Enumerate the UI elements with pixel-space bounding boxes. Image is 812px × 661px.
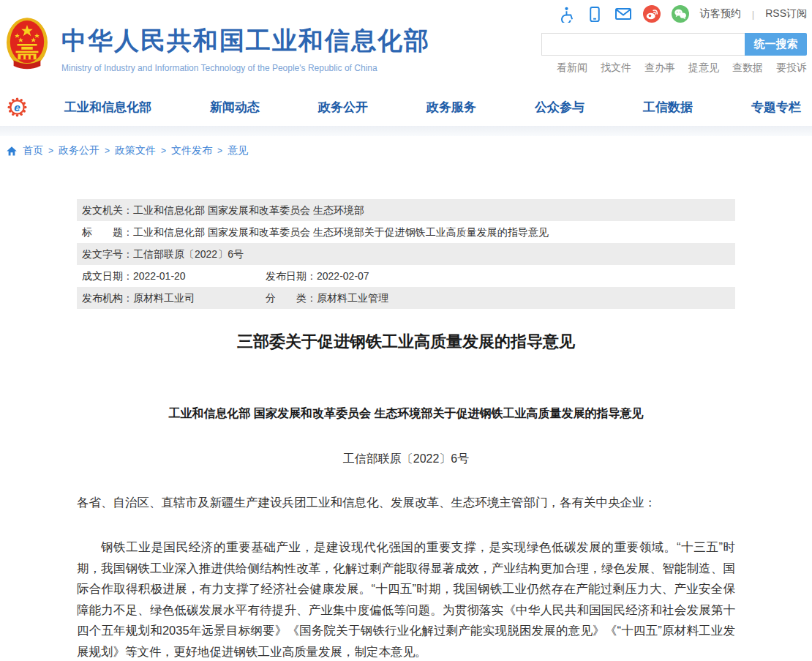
main-navbar: e 工业和信息化部 新闻动态 政务公开 政务服务 公众参与 工信数据 专题专栏 (0, 88, 812, 126)
meta-value: 2022-02-07 (317, 270, 369, 282)
breadcrumb-separator: > (48, 146, 53, 156)
national-emblem-logo (6, 15, 48, 72)
breadcrumb-separator: > (105, 146, 110, 156)
breadcrumb-opinions[interactable]: 意见 (228, 144, 248, 157)
meta-row-document-number: 发文字号：工信部联原〔2022〕6号 (77, 243, 735, 265)
quick-link-news[interactable]: 看新闻 (557, 61, 587, 75)
meta-label: 标 题： (82, 226, 133, 238)
rss-subscribe-link[interactable]: RSS订阅 (765, 7, 807, 20)
site-title-block: 中华人民共和国工业和信息化部 Ministry of Industry and … (61, 24, 430, 73)
breadcrumb: 首页 > 政务公开 > 政策文件 > 文件发布 > 意见 (6, 144, 248, 157)
meta-value: 工信部联原〔2022〕6号 (133, 248, 244, 260)
document-content: 发文机关：工业和信息化部 国家发展和改革委员会 生态环境部 标 题：工业和信息化… (77, 199, 735, 661)
nav-item-news[interactable]: 新闻动态 (210, 99, 260, 116)
quick-link-suggestions[interactable]: 提意见 (688, 61, 719, 75)
meta-label: 成文日期： (82, 270, 133, 282)
quick-link-data[interactable]: 查数据 (732, 61, 763, 75)
meta-value: 工业和信息化部 国家发展和改革委员会 生态环境部关于促进钢铁工业高质量发展的指导… (133, 226, 549, 238)
meta-value: 工业和信息化部 国家发展和改革委员会 生态环境部 (133, 204, 364, 216)
search-quick-links: 看新闻 找文件 查办事 提意见 查数据 要投诉 (557, 61, 807, 75)
search-input[interactable] (541, 33, 745, 56)
nav-item-miit[interactable]: 工业和信息化部 (64, 99, 151, 116)
unified-search-button[interactable]: 统一搜索 (745, 33, 807, 56)
meta-label: 发文机关： (82, 204, 133, 216)
breadcrumb-policy-documents[interactable]: 政策文件 (115, 144, 156, 157)
nav-items: 工业和信息化部 新闻动态 政务公开 政务服务 公众参与 工信数据 专题专栏 (64, 88, 801, 126)
accessibility-icon[interactable] (557, 5, 575, 23)
miit-gear-logo-icon: e (7, 97, 27, 117)
quick-link-services[interactable]: 查办事 (644, 61, 675, 75)
mail-icon[interactable] (614, 5, 632, 23)
article-paragraph: 钢铁工业是国民经济的重要基础产业，是建设现代化强国的重要支撑，是实现绿色低碳发展… (77, 537, 735, 661)
meta-label: 发文字号： (82, 248, 133, 260)
mobile-icon[interactable] (586, 5, 604, 23)
quick-link-documents[interactable]: 找文件 (601, 61, 631, 75)
breadcrumb-home[interactable]: 首页 (23, 144, 43, 157)
meta-label: 分 类： (266, 292, 317, 304)
article-salutation: 各省、自治区、直辖市及新疆生产建设兵团工业和信息化、发展改革、生态环境主管部门，… (77, 492, 735, 513)
wechat-icon[interactable] (672, 5, 689, 23)
search-bar: 统一搜索 (541, 33, 807, 56)
meta-value: 2022-01-20 (133, 270, 186, 282)
article-doc-number: 工信部联原〔2022〕6号 (77, 451, 735, 467)
breadcrumb-gov-disclosure[interactable]: 政务公开 (59, 144, 99, 157)
meta-row-title: 标 题：工业和信息化部 国家发展和改革委员会 生态环境部关于促进钢铁工业高质量发… (77, 221, 735, 243)
nav-item-special-topics[interactable]: 专题专栏 (751, 99, 801, 116)
meta-row-issuing-agency: 发文机关：工业和信息化部 国家发展和改革委员会 生态环境部 (77, 199, 735, 221)
meta-row-publisher-category: 发布机构：原材料工业司 分 类：原材料工业管理 (77, 287, 735, 309)
visitor-appointment-link[interactable]: 访客预约 (700, 7, 741, 20)
meta-label: 发布机构： (82, 292, 133, 304)
home-icon (6, 146, 18, 157)
breadcrumb-separator: > (161, 146, 166, 156)
breadcrumb-document-release[interactable]: 文件发布 (171, 144, 212, 157)
meta-label: 发布日期： (266, 270, 317, 282)
breadcrumb-separator: > (217, 146, 222, 156)
document-meta-table: 发文机关：工业和信息化部 国家发展和改革委员会 生态环境部 标 题：工业和信息化… (77, 199, 735, 309)
utility-divider: | (752, 9, 754, 20)
utility-bar: 访客预约 | RSS订阅 (557, 4, 807, 23)
site-title: 中华人民共和国工业和信息化部 (61, 24, 430, 58)
article-title: 三部委关于促进钢铁工业高质量发展的指导意见 (77, 331, 735, 353)
nav-item-gov-services[interactable]: 政务服务 (426, 99, 476, 116)
quick-link-complaints[interactable]: 要投诉 (776, 61, 807, 75)
svg-text:e: e (14, 101, 20, 113)
nav-item-public-participation[interactable]: 公众参与 (535, 99, 584, 116)
meta-row-dates: 成文日期：2022-01-20 发布日期：2022-02-07 (77, 265, 735, 287)
article-subtitle: 工业和信息化部 国家发展和改革委员会 生态环境部关于促进钢铁工业高质量发展的指导… (77, 406, 735, 422)
site-header: 中华人民共和国工业和信息化部 Ministry of Industry and … (0, 0, 812, 88)
meta-value: 原材料工业司 (133, 292, 195, 304)
weibo-icon[interactable] (643, 5, 661, 23)
nav-item-data[interactable]: 工信数据 (643, 99, 693, 116)
meta-value: 原材料工业管理 (317, 292, 388, 304)
nav-item-gov-disclosure[interactable]: 政务公开 (318, 99, 368, 116)
header-divider-band (0, 126, 812, 136)
site-subtitle: Ministry of Industry and Information Tec… (61, 63, 430, 73)
